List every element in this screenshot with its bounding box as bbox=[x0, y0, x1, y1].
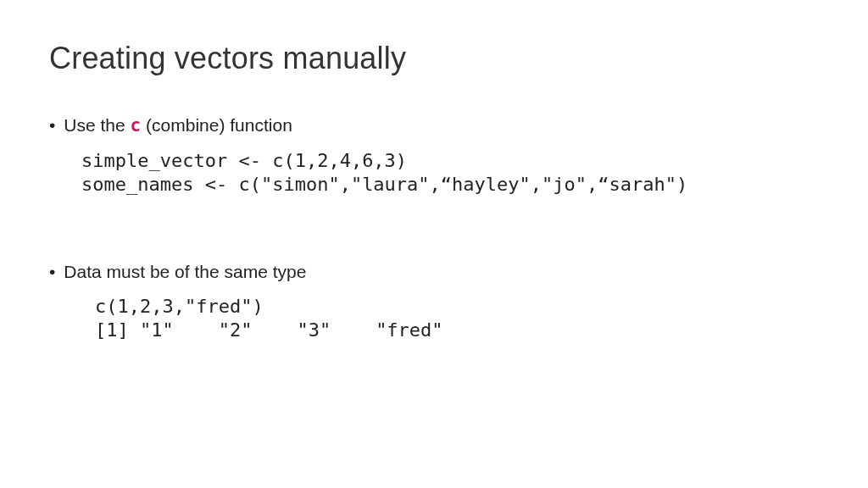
bullet-suffix: (combine) function bbox=[141, 115, 292, 135]
slide-title: Creating vectors manually bbox=[49, 41, 819, 76]
bullet-dot-icon: • bbox=[49, 263, 55, 280]
bullet-prefix: Use the bbox=[64, 115, 130, 135]
bullet-text: Use the c (combine) function bbox=[64, 114, 292, 137]
bullet-text: Data must be of the same type bbox=[64, 260, 306, 283]
code-block: c(1,2,3,"fred") [1] "1" "2" "3" "fred" bbox=[95, 295, 819, 342]
bullet-item: • Data must be of the same type bbox=[49, 260, 819, 283]
bullet-item: • Use the c (combine) function bbox=[49, 114, 819, 137]
inline-code-c: c bbox=[131, 115, 142, 136]
bullet-prefix: Data must be of the same type bbox=[64, 262, 306, 281]
bullet-dot-icon: • bbox=[49, 116, 55, 134]
code-block: simple_vector <- c(1,2,4,6,3) some_names… bbox=[81, 149, 819, 197]
